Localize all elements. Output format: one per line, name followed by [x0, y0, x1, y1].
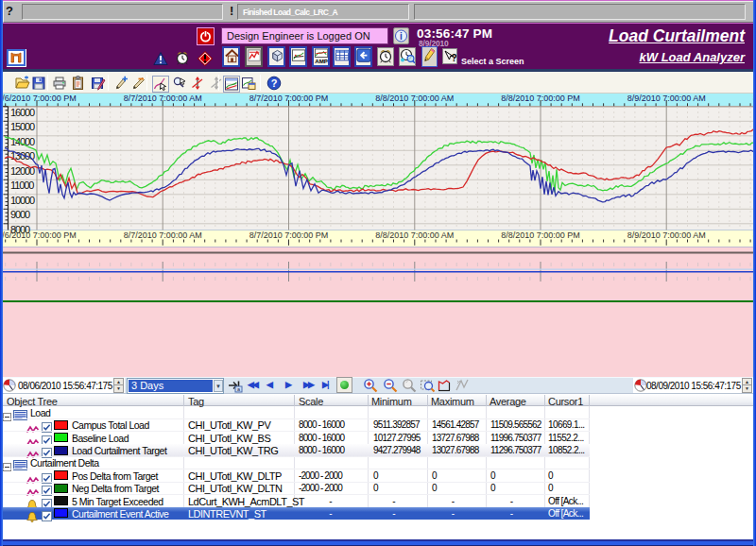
svg-text:8/7/2010 7:00:00 AM: 8/7/2010 7:00:00 AM: [124, 230, 202, 240]
svg-text:8/6/2010 7:00:00 PM: 8/6/2010 7:00:00 PM: [0, 94, 77, 103]
svg-text:10000: 10000: [10, 195, 35, 206]
svg-text:8/8/2010 7:00:00 AM: 8/8/2010 7:00:00 AM: [375, 230, 454, 240]
svg-text:8/7/2010 7:00:00 PM: 8/7/2010 7:00:00 PM: [249, 230, 329, 240]
svg-text:8/7/2010 7:00:00 AM: 8/7/2010 7:00:00 AM: [124, 94, 202, 103]
svg-text:12000: 12000: [10, 165, 35, 177]
svg-text:14000: 14000: [10, 136, 35, 147]
svg-text:?: ?: [451, 53, 456, 63]
svg-text:8/9/2010 7:00:00 AM: 8/9/2010 7:00:00 AM: [627, 230, 706, 240]
svg-text:15000: 15000: [10, 121, 35, 132]
svg-text:11000: 11000: [10, 179, 34, 191]
svg-text:AMP: AMP: [315, 58, 328, 64]
svg-text:8/8/2010 7:00:00 AM: 8/8/2010 7:00:00 AM: [375, 94, 454, 103]
svg-text:8/9/2010 7:00:00 AM: 8/9/2010 7:00:00 AM: [627, 94, 706, 103]
svg-text:i: i: [400, 31, 403, 42]
svg-text:8/8/2010 7:00:00 PM: 8/8/2010 7:00:00 PM: [501, 230, 580, 240]
svg-text:16000: 16000: [10, 107, 35, 118]
svg-text:?: ?: [271, 77, 278, 89]
svg-text:8/6/2010 7:00:00 PM: 8/6/2010 7:00:00 PM: [0, 230, 77, 240]
svg-text:8/8/2010 7:00:00 PM: 8/8/2010 7:00:00 PM: [501, 94, 580, 103]
svg-text:9000: 9000: [10, 209, 30, 220]
svg-text:8/7/2010 7:00:00 PM: 8/7/2010 7:00:00 PM: [249, 94, 329, 103]
